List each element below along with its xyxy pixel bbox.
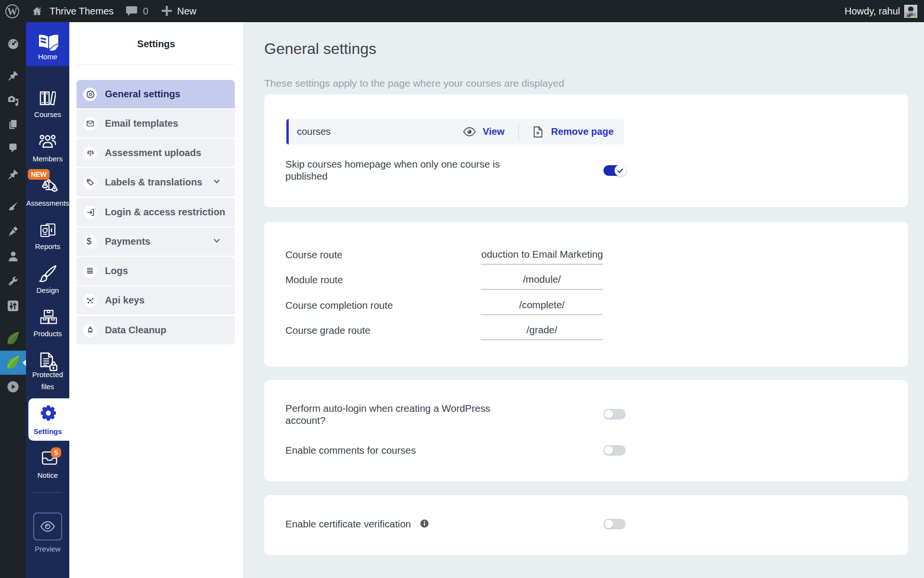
svg-text:W: W [7,6,17,17]
